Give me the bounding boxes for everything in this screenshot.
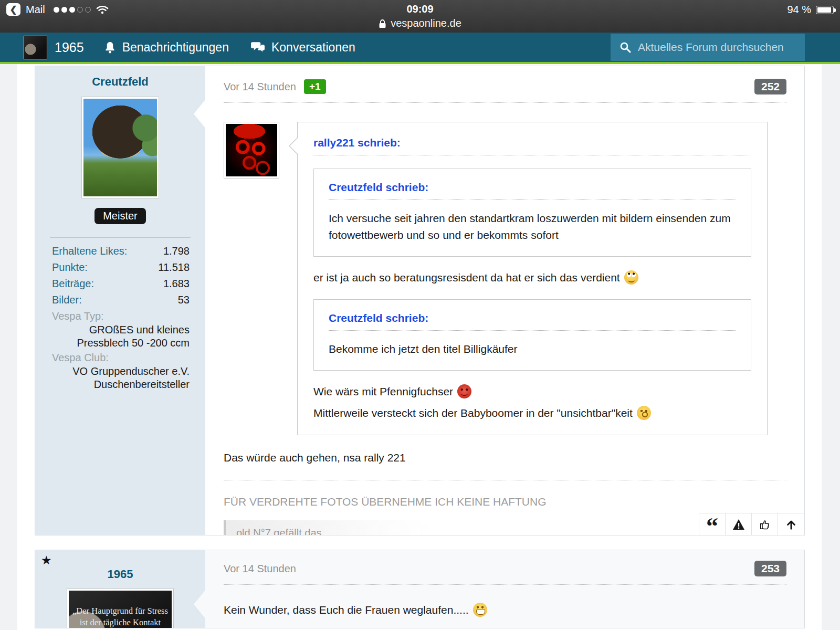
post-number-badge[interactable]: 253 <box>754 561 786 576</box>
divider <box>313 155 751 155</box>
clock: 09:09 <box>0 3 840 15</box>
post-meta: Vor 14 Stunden +1 252 <box>224 79 786 94</box>
author-name-link[interactable]: 1965 <box>35 568 205 581</box>
post-253-body: Vor 14 Stunden 253 Kein Wunder, dass Euc… <box>205 550 804 628</box>
rank-badge: Meister <box>94 208 146 224</box>
post-timestamp[interactable]: Vor 14 Stunden <box>224 563 296 575</box>
thumbs-up-icon <box>759 519 771 530</box>
stat-row-images: Bilder: 53 <box>35 292 205 308</box>
header-username[interactable]: 1965 <box>55 40 84 55</box>
bell-icon <box>104 41 116 54</box>
field-value-vespa-typ: GROßES und kleines Pressblech 50 -200 cc… <box>35 322 205 350</box>
quote-header-link[interactable]: Creutzfeld schrieb: <box>329 312 736 324</box>
dizzy-smiley-icon <box>637 406 651 420</box>
forum-search-box <box>611 34 805 61</box>
stat-value: 53 <box>178 294 190 306</box>
author-name-link[interactable]: Creutzfeld <box>35 75 205 89</box>
url-bar[interactable]: vespaonline.de <box>0 17 840 29</box>
avatar-image <box>226 124 277 176</box>
message-text: Kein Wunder, dass Euch die Frauen weglau… <box>224 604 469 616</box>
nav-notifications[interactable]: Benachrichtigungen <box>104 40 229 55</box>
reply-line-2: Wie wärs mit Pfennigfuchser <box>313 383 751 400</box>
reply-text: Wie wärs mit Pfennigfuchser <box>313 385 453 397</box>
forum-header: 1965 Benachrichtigungen Konversationen <box>0 33 840 64</box>
like-button[interactable] <box>752 513 778 535</box>
signature: FÜR VERDREHTE FOTOS ÜBERNEHME ICH KEINE … <box>224 496 786 508</box>
post-number-badge[interactable]: 252 <box>754 79 786 94</box>
divider <box>224 102 786 103</box>
nested-quote-1: Creutzfeld schrieb: Ich versuche seit ja… <box>313 169 751 257</box>
stat-value: 11.518 <box>158 261 190 274</box>
reply-text: er ist ja auch so beratungsresisdent da … <box>313 271 620 284</box>
post-252-author-panel: Creutzfeld Meister Erhaltene Likes: 1.79… <box>35 66 205 535</box>
post-action-bar <box>699 513 804 535</box>
quote-icon <box>706 519 718 529</box>
post-timestamp[interactable]: Vor 14 Stunden <box>224 81 296 93</box>
stat-label[interactable]: Erhaltene Likes: <box>52 245 127 257</box>
stat-label[interactable]: Bilder: <box>52 294 82 306</box>
quote-box: rally221 schrieb: Creutzfeld schrieb: Ic… <box>297 122 768 435</box>
grin-smiley-icon <box>473 603 487 617</box>
field-label-vespa-club: Vespa Club: <box>35 350 205 364</box>
post-253-author-panel: 1965 „Der Hauptgrund für Stress ist der … <box>35 550 205 628</box>
post-252-body: Vor 14 Stunden +1 252 rally221 schrieb: … <box>205 66 804 535</box>
search-input[interactable] <box>638 41 796 54</box>
quote-header-link[interactable]: Creutzfeld schrieb: <box>329 181 736 194</box>
devil-smiley-icon <box>457 384 471 398</box>
avatar-image <box>83 99 157 196</box>
stat-value: 1.798 <box>163 245 190 257</box>
eyeroll-smiley-icon <box>624 270 638 285</box>
reply-line-1: er ist ja auch so beratungsresisdent da … <box>313 269 751 286</box>
chat-bubbles-icon <box>251 41 265 54</box>
nested-quote-2: Creutzfeld schrieb: Bekomme ich jetzt de… <box>313 299 751 371</box>
battery-icon <box>816 6 834 14</box>
quote-block: rally221 schrieb: Creutzfeld schrieb: Ic… <box>224 122 786 435</box>
like-count-badge[interactable]: +1 <box>304 79 326 94</box>
avatar-caption-line: ist der tägliche Kontakt <box>69 617 172 628</box>
quoted-author-avatar[interactable] <box>224 122 279 178</box>
field-label-vespa-typ: Vespa Typ: <box>35 308 205 322</box>
author-stats: Erhaltene Likes: 1.798 Punkte: 11.518 Be… <box>35 243 205 391</box>
avatar-caption-line: „Der Hauptgrund für Stress <box>69 605 172 617</box>
ios-status-bar: ❮ Mail 09:09 94 % vespaonline.de <box>0 0 840 33</box>
stat-row-posts: Beiträge: 1.683 <box>35 276 205 292</box>
stat-label[interactable]: Beiträge: <box>52 278 94 290</box>
post-message: Das würde auch gehen, nsa rally 221 <box>224 452 786 464</box>
quote-header-link[interactable]: rally221 schrieb: <box>313 136 751 149</box>
likes-summary: old N°7 gefällt das. <box>224 520 431 536</box>
quote-button[interactable] <box>699 513 726 535</box>
warning-icon <box>732 519 745 530</box>
nav-conversations[interactable]: Konversationen <box>251 40 355 55</box>
search-icon <box>620 41 631 53</box>
nav-conversations-label: Konversationen <box>271 40 355 55</box>
battery-percent: 94 % <box>787 4 811 16</box>
arrow-up-icon <box>785 519 797 530</box>
user-avatar-mini[interactable] <box>24 36 47 59</box>
report-button[interactable] <box>726 513 752 535</box>
divider <box>329 330 736 331</box>
author-avatar[interactable] <box>81 97 159 198</box>
thread-page: Creutzfeld Meister Erhaltene Likes: 1.79… <box>17 64 822 630</box>
reply-line-3: Mittlerweile versteckt sich der Babyboom… <box>313 405 751 422</box>
quote-text: Ich versuche seit jahren den standartkra… <box>329 210 736 243</box>
stat-row-likes: Erhaltene Likes: 1.798 <box>35 243 205 259</box>
author-avatar[interactable]: „Der Hauptgrund für Stress ist der tägli… <box>67 589 174 628</box>
divider <box>50 237 191 238</box>
url-text: vespaonline.de <box>391 17 461 29</box>
post-252: Creutzfeld Meister Erhaltene Likes: 1.79… <box>35 66 805 536</box>
stat-row-points: Punkte: 11.518 <box>35 259 205 276</box>
lock-icon <box>379 19 386 28</box>
divider <box>224 480 786 480</box>
thread-starter-star-icon[interactable] <box>41 553 52 568</box>
divider <box>329 200 736 200</box>
post-253: 1965 „Der Hauptgrund für Stress ist der … <box>35 550 805 628</box>
stat-label[interactable]: Punkte: <box>52 261 88 274</box>
avatar-image: „Der Hauptgrund für Stress ist der tägli… <box>69 591 172 628</box>
share-button[interactable] <box>778 513 804 535</box>
divider <box>224 584 786 585</box>
quote-text: Bekomme ich jetzt den titel Billigkäufer <box>329 341 736 358</box>
reply-text: Mittlerweile versteckt sich der Babyboom… <box>313 407 633 419</box>
post-message: Kein Wunder, dass Euch die Frauen weglau… <box>224 603 786 617</box>
post-meta: Vor 14 Stunden 253 <box>224 561 786 576</box>
stat-value: 1.683 <box>163 278 190 290</box>
